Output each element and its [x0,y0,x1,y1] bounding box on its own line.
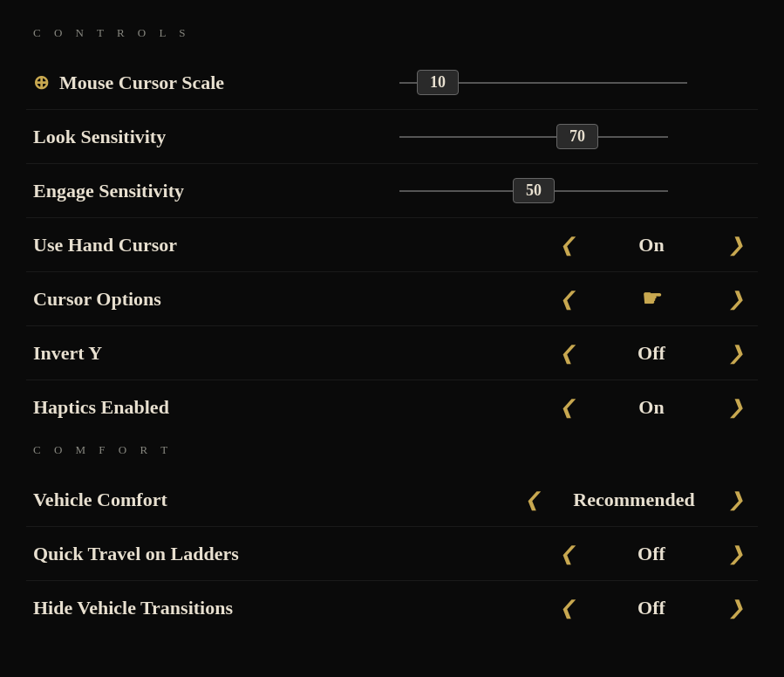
quick-travel-ladders-controls: ❮ Off ❯ [399,539,751,569]
quick-travel-ladders-label: Quick Travel on Ladders [33,543,399,565]
vehicle-comfort-value: Recommended [564,489,704,511]
haptics-enabled-label: Haptics Enabled [33,396,399,419]
invert-y-controls: ❮ Off ❯ [399,338,751,368]
slider-track-right [555,190,668,192]
haptics-enabled-prev[interactable]: ❮ [552,393,582,422]
cursor-options-row: Cursor Options ❮ ☛ ❯ [26,272,758,326]
use-hand-cursor-controls: ❮ On ❯ [399,230,751,260]
slider-track-left [399,82,417,84]
invert-y-value: Off [599,342,704,365]
hide-vehicle-transitions-prev[interactable]: ❮ [552,593,582,623]
use-hand-cursor-next[interactable]: ❯ [721,230,751,260]
invert-y-row: Invert Y ❮ Off ❯ [26,326,758,380]
haptics-enabled-next[interactable]: ❯ [721,393,751,422]
engage-sensitivity-slider[interactable]: 50 [399,178,687,203]
use-hand-cursor-value: On [599,234,704,256]
slider-track-left [399,190,513,192]
cursor-options-next[interactable]: ❯ [721,284,751,314]
vehicle-comfort-row: Vehicle Comfort ❮ Recommended ❯ [26,473,758,527]
quick-travel-ladders-value: Off [599,543,704,565]
hide-vehicle-transitions-controls: ❮ Off ❯ [399,593,751,623]
controls-header: C O N T R O L S [26,26,758,40]
use-hand-cursor-prev[interactable]: ❮ [552,230,582,260]
haptics-enabled-row: Haptics Enabled ❮ On ❯ [26,380,758,434]
look-sensitivity-value: 70 [556,124,598,149]
vehicle-comfort-prev[interactable]: ❮ [517,485,547,515]
vehicle-comfort-label: Vehicle Comfort [33,489,399,511]
invert-y-next[interactable]: ❯ [721,338,751,368]
mouse-cursor-scale-value: 10 [417,70,459,95]
cursor-scale-icon: ⊕ [33,72,49,94]
slider-track-right [598,136,668,138]
invert-y-prev[interactable]: ❮ [552,338,582,368]
cursor-options-controls: ❮ ☛ ❯ [399,284,751,314]
use-hand-cursor-label: Use Hand Cursor [33,234,399,256]
quick-travel-ladders-row: Quick Travel on Ladders ❮ Off ❯ [26,527,758,581]
look-sensitivity-label: Look Sensitivity [33,126,399,148]
quick-travel-ladders-next[interactable]: ❯ [721,539,751,569]
invert-y-label: Invert Y [33,342,399,365]
mouse-cursor-scale-slider[interactable]: 10 [399,70,687,95]
look-sensitivity-slider[interactable]: 70 [399,124,687,149]
mouse-cursor-scale-label: ⊕ Mouse Cursor Scale [33,72,399,94]
cursor-options-value: ☛ [599,285,704,312]
cursor-options-prev[interactable]: ❮ [552,284,582,314]
hide-vehicle-transitions-row: Hide Vehicle Transitions ❮ Off ❯ [26,581,758,635]
engage-sensitivity-label: Engage Sensitivity [33,180,399,202]
vehicle-comfort-next[interactable]: ❯ [721,485,751,515]
hide-vehicle-transitions-value: Off [599,597,704,619]
engage-sensitivity-row: Engage Sensitivity 50 [26,164,758,218]
quick-travel-ladders-prev[interactable]: ❮ [552,539,582,569]
slider-track-right [459,82,687,84]
look-sensitivity-row: Look Sensitivity 70 [26,110,758,164]
comfort-header: C O M F O R T [26,443,758,457]
haptics-enabled-controls: ❮ On ❯ [399,393,751,422]
hide-vehicle-transitions-label: Hide Vehicle Transitions [33,597,399,619]
controls-section: C O N T R O L S ⊕ Mouse Cursor Scale 10 … [26,26,758,434]
vehicle-comfort-controls: ❮ Recommended ❯ [399,485,751,515]
slider-track-left [399,136,556,138]
use-hand-cursor-row: Use Hand Cursor ❮ On ❯ [26,218,758,272]
haptics-enabled-value: On [599,396,704,419]
mouse-cursor-scale-row: ⊕ Mouse Cursor Scale 10 [26,56,758,110]
comfort-section: C O M F O R T Vehicle Comfort ❮ Recommen… [26,443,758,635]
hide-vehicle-transitions-next[interactable]: ❯ [721,593,751,623]
engage-sensitivity-value: 50 [513,178,555,203]
cursor-options-label: Cursor Options [33,288,399,311]
